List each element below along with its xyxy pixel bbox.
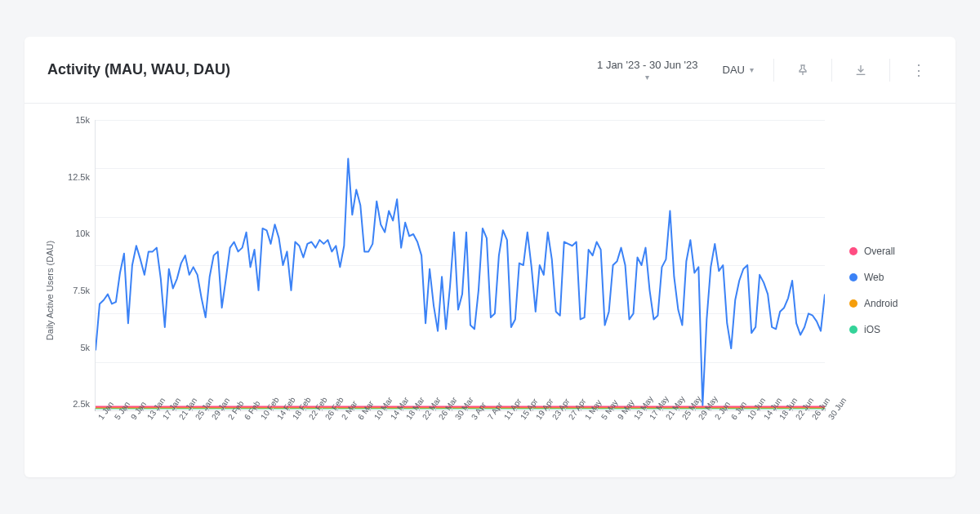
- x-tick-mark: [646, 408, 647, 411]
- x-tick-mark: [322, 408, 323, 411]
- y-tick-label: 5k: [80, 343, 90, 352]
- x-tick-mark: [597, 408, 598, 411]
- y-axis-ticks: 2.5k5k7.5k10k12.5k15k: [59, 120, 95, 461]
- x-tick-mark: [710, 408, 711, 411]
- legend-label: Web: [864, 272, 884, 283]
- x-tick-mark: [386, 408, 387, 411]
- x-tick-mark: [581, 408, 581, 411]
- divider: [889, 59, 890, 82]
- x-tick-mark: [743, 408, 744, 411]
- divider: [773, 59, 774, 82]
- date-range-value: 1 Jan '23 - 30 Jun '23: [597, 59, 698, 71]
- x-tick-mark: [110, 408, 111, 411]
- x-tick-mark: [176, 408, 176, 411]
- card-body: Daily Active Users (DAU) 2.5k5k7.5k10k12…: [24, 104, 956, 477]
- x-tick-mark: [305, 408, 306, 411]
- legend-label: iOS: [864, 324, 880, 335]
- x-tick-mark: [532, 408, 533, 411]
- card-title: Activity (MAU, WAU, DAU): [47, 61, 592, 78]
- x-tick-mark: [273, 408, 274, 411]
- x-tick-mark: [630, 408, 630, 411]
- plot-wrap: 1 Jan5 Jan9 Jan13 Jan17 Jan21 Jan25 Jan2…: [95, 120, 825, 461]
- x-tick-mark: [435, 408, 436, 411]
- card-header: Activity (MAU, WAU, DAU) 1 Jan '23 - 30 …: [24, 37, 956, 104]
- divider: [831, 59, 832, 82]
- legend-label: Overall: [864, 246, 895, 257]
- x-tick-mark: [159, 408, 160, 411]
- more-icon: ⋮: [911, 61, 927, 79]
- x-tick-mark: [695, 408, 696, 411]
- download-button[interactable]: [847, 56, 875, 84]
- pin-icon: [796, 64, 809, 77]
- more-button[interactable]: ⋮: [905, 56, 933, 84]
- legend: OverallWebAndroidiOS: [825, 120, 947, 461]
- chart-series-line: [96, 158, 825, 405]
- x-tick-mark: [95, 408, 96, 411]
- legend-item[interactable]: Overall: [849, 246, 947, 257]
- chart-area: Daily Active Users (DAU) 2.5k5k7.5k10k12…: [41, 120, 825, 461]
- x-tick-mark: [240, 408, 241, 411]
- x-tick-mark: [792, 408, 793, 411]
- chevron-down-icon: ▾: [645, 73, 649, 82]
- x-tick-mark: [354, 408, 354, 411]
- legend-swatch: [849, 326, 858, 334]
- plot-canvas: [95, 120, 825, 410]
- x-tick-mark: [500, 408, 501, 411]
- y-tick-label: 2.5k: [73, 399, 90, 409]
- x-axis-ticks: 1 Jan5 Jan9 Jan13 Jan17 Jan21 Jan25 Jan2…: [95, 410, 825, 461]
- date-range-dropdown[interactable]: 1 Jan '23 - 30 Jun '23 ▾: [592, 55, 703, 85]
- metric-dropdown[interactable]: DAU ▾: [718, 60, 759, 79]
- x-tick-mark: [727, 408, 728, 411]
- legend-item[interactable]: iOS: [849, 324, 947, 335]
- x-tick-mark: [370, 408, 371, 411]
- x-tick-mark: [192, 408, 193, 411]
- metric-value: DAU: [723, 64, 745, 76]
- legend-item[interactable]: Android: [849, 298, 947, 309]
- x-tick-mark: [224, 408, 225, 411]
- y-tick-label: 10k: [75, 228, 90, 238]
- chevron-down-icon: ▾: [750, 65, 754, 74]
- x-tick-mark: [825, 408, 826, 411]
- x-tick-mark: [516, 408, 517, 411]
- y-tick-label: 12.5k: [68, 172, 90, 182]
- y-axis-label: Daily Active Users (DAU): [45, 241, 55, 340]
- header-controls: 1 Jan '23 - 30 Jun '23 ▾ DAU ▾: [592, 55, 933, 85]
- legend-label: Android: [864, 298, 898, 309]
- x-tick-mark: [467, 408, 468, 411]
- x-tick-mark: [289, 408, 290, 411]
- x-tick-mark: [760, 408, 760, 411]
- y-axis-label-wrap: Daily Active Users (DAU): [41, 120, 59, 461]
- x-tick-mark: [452, 408, 452, 411]
- x-tick-mark: [208, 408, 209, 411]
- x-tick-mark: [662, 408, 663, 411]
- pin-button[interactable]: [789, 56, 817, 84]
- x-tick-mark: [549, 408, 550, 411]
- download-icon: [854, 64, 867, 77]
- legend-swatch: [849, 247, 858, 255]
- x-tick-mark: [808, 408, 809, 411]
- x-tick-mark: [337, 408, 338, 411]
- chart-lines-svg: [96, 120, 825, 410]
- x-tick-mark: [403, 408, 403, 411]
- x-tick-mark: [419, 408, 420, 411]
- x-tick-mark: [565, 408, 566, 411]
- legend-item[interactable]: Web: [849, 272, 947, 283]
- activity-card: Activity (MAU, WAU, DAU) 1 Jan '23 - 30 …: [24, 37, 956, 477]
- legend-swatch: [849, 273, 858, 281]
- legend-swatch: [849, 299, 858, 308]
- x-tick-mark: [776, 408, 777, 411]
- y-tick-label: 15k: [75, 115, 90, 125]
- x-tick-mark: [679, 408, 679, 411]
- x-tick-mark: [127, 408, 127, 411]
- x-tick-mark: [256, 408, 257, 411]
- x-tick-mark: [143, 408, 144, 411]
- x-tick-mark: [483, 408, 484, 411]
- y-tick-label: 7.5k: [73, 286, 90, 295]
- x-tick-mark: [613, 408, 614, 411]
